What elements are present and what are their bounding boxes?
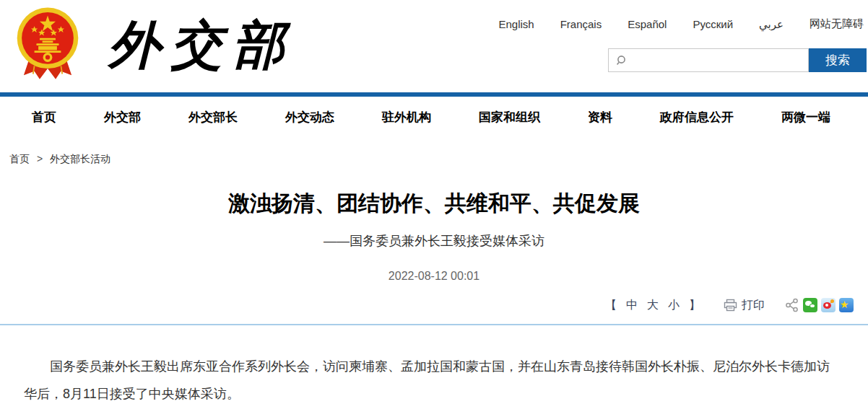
- font-size-small-button[interactable]: 小: [668, 298, 680, 313]
- bracket-close: 】: [689, 298, 700, 313]
- article-date: 2022-08-12 00:01: [0, 270, 868, 283]
- weibo-flame: [830, 299, 834, 303]
- print-label: 打印: [742, 298, 765, 313]
- article-body: 国务委员兼外长王毅出席东亚合作系列外长会，访问柬埔寨、孟加拉国和蒙古国，并在山东…: [0, 325, 868, 408]
- accessibility-link[interactable]: 网站无障碍: [810, 17, 864, 31]
- search-row: 搜索: [491, 48, 867, 72]
- nav-item-foreign-minister[interactable]: 外交部长: [188, 109, 238, 126]
- logo-group[interactable]: 外交部: [14, 4, 295, 85]
- wechat-icon[interactable]: [803, 298, 817, 312]
- nav-item-gov-info[interactable]: 政府信息公开: [660, 109, 734, 126]
- breadcrumb: 首页 > 外交部长活动: [9, 153, 868, 166]
- lang-link-francais[interactable]: Français: [560, 18, 602, 30]
- share-icon[interactable]: [785, 298, 799, 312]
- nav-item-weibo-wechat[interactable]: 两微一端: [781, 109, 830, 126]
- main-nav: 首页 外交部 外交部长 外交动态 驻外机构 国家和组织 资料 政府信息公开 两微…: [0, 97, 868, 137]
- site-header: 外交部 English Français Español Русский عرب…: [0, 0, 868, 92]
- article-toolbar: 【 中 大 小 】 打印 ★: [0, 296, 868, 315]
- nav-item-missions-abroad[interactable]: 驻外机构: [382, 109, 431, 126]
- nav-item-home[interactable]: 首页: [32, 109, 56, 126]
- article-paragraph: 国务委员兼外长王毅出席东亚合作系列外长会，访问柬埔寨、孟加拉国和蒙古国，并在山东…: [24, 353, 833, 408]
- breadcrumb-current[interactable]: 外交部长活动: [50, 153, 110, 164]
- lang-link-english[interactable]: English: [498, 18, 534, 30]
- printer-icon: [724, 299, 737, 312]
- font-size-controls: 【 中 大 小 】: [605, 298, 700, 313]
- bracket-open: 【: [605, 298, 617, 313]
- breadcrumb-home[interactable]: 首页: [9, 153, 30, 164]
- header-right: English Français Español Русский عربي 网站…: [491, 17, 867, 72]
- lang-link-espanol[interactable]: Español: [628, 18, 667, 30]
- article-title: 激浊扬清、团结协作、共维和平、共促发展: [0, 188, 868, 219]
- font-size-medium-button[interactable]: 中: [626, 298, 638, 313]
- site-title-calligraphy: 外交部: [108, 4, 295, 85]
- weibo-pupil: [825, 304, 828, 307]
- qzone-icon[interactable]: ★: [839, 298, 854, 312]
- national-emblem-logo: [14, 4, 81, 85]
- language-links: English Français Español Русский عربي 网站…: [491, 17, 867, 31]
- lang-link-arabic[interactable]: عربي: [759, 18, 784, 31]
- nav-item-ministry[interactable]: 外交部: [104, 109, 141, 126]
- nav-item-diplomatic-news[interactable]: 外交动态: [285, 109, 334, 126]
- search-icon: [615, 55, 627, 66]
- nav-item-resources[interactable]: 资料: [588, 109, 612, 126]
- weibo-icon[interactable]: [821, 298, 836, 312]
- search-button[interactable]: 搜索: [809, 48, 867, 72]
- lang-link-russian[interactable]: Русский: [693, 18, 733, 30]
- search-input[interactable]: [627, 49, 808, 71]
- qzone-star: ★: [840, 299, 849, 309]
- nav-item-countries-orgs[interactable]: 国家和组织: [479, 109, 540, 126]
- share-icons: ★: [785, 298, 854, 312]
- print-button[interactable]: 打印: [724, 298, 765, 313]
- article-subtitle: ——国务委员兼外长王毅接受媒体采访: [0, 232, 868, 250]
- font-size-large-button[interactable]: 大: [647, 298, 659, 313]
- search-box: [608, 48, 809, 72]
- breadcrumb-separator: >: [37, 153, 43, 164]
- wechat-bubble-small: [810, 304, 815, 308]
- article-head: 激浊扬清、团结协作、共维和平、共促发展 ——国务委员兼外长王毅接受媒体采访 20…: [0, 188, 868, 283]
